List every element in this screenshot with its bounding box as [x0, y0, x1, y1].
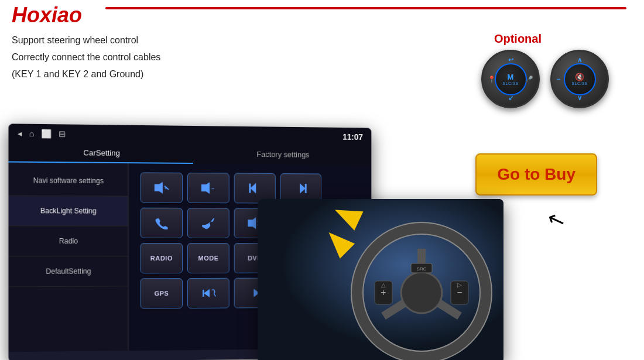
home-icon[interactable]: ⌂ — [29, 129, 35, 138]
wheel-left-right-icon: 🎤 — [525, 76, 533, 83]
steering-wheel-svg: SRC + − △ ▷ — [258, 199, 503, 360]
wheel-left-sub-label: SLC/3S — [502, 81, 518, 85]
description-block: Support steering wheel control Correctly… — [12, 32, 160, 83]
wheel-right-sub-label: SLC/3S — [571, 81, 587, 85]
svg-text:△: △ — [381, 282, 386, 288]
recents-icon[interactable]: ⬜ — [42, 129, 52, 138]
svg-text:SRC: SRC — [417, 266, 427, 272]
ctrl-gps[interactable]: GPS — [141, 278, 183, 309]
svg-text:−: − — [457, 287, 462, 297]
svg-text:−: − — [211, 186, 214, 191]
wheel-right-left-icon: − — [557, 76, 560, 83]
wheel-button-left[interactable]: ↩ ↙ 📍 M SLC/3S 🎤 — [481, 50, 540, 108]
menu-item-navi[interactable]: Navi software settings — [8, 166, 128, 197]
wheel-right-inner: 🔇 SLC/3S — [564, 63, 596, 95]
wheel-right-bottom-icon: ∨ — [577, 94, 582, 102]
svg-marker-6 — [250, 183, 256, 194]
back-icon[interactable]: ◂ — [18, 129, 22, 138]
ctrl-prev-call[interactable] — [187, 278, 229, 308]
svg-marker-4 — [201, 182, 210, 194]
wheel-buttons-container: ↩ ↙ 📍 M SLC/3S 🎤 ∧ ∨ − 🔇 SLC/3S — [481, 50, 609, 108]
svg-point-25 — [401, 272, 442, 313]
ctrl-vol-down[interactable]: − — [187, 173, 229, 203]
wheel-left-top-icon: ↩ — [508, 56, 513, 64]
svg-marker-8 — [300, 183, 306, 194]
svg-rect-7 — [249, 184, 251, 193]
brand-logo: Hoxiao — [12, 3, 82, 28]
wheel-left-inner: M SLC/3S — [495, 63, 527, 95]
tab-carsetting[interactable]: CarSetting — [8, 143, 193, 164]
svg-text:+: + — [381, 287, 386, 297]
ctrl-vol-up[interactable]: + — [141, 172, 183, 203]
steering-wheel-photo: SRC + − △ ▷ — [258, 199, 503, 360]
description-line2: Correctly connect the control cables — [12, 49, 160, 66]
menu-item-backlight[interactable]: BackLight Setting — [8, 196, 128, 227]
ctrl-radio[interactable]: RADIO — [141, 243, 183, 273]
wheel-left-left-icon: 📍 — [488, 76, 496, 83]
menu-icon[interactable]: ⊟ — [59, 129, 66, 138]
svg-marker-0 — [155, 182, 163, 194]
svg-text:+: + — [165, 186, 167, 191]
go-to-buy-button[interactable]: Go to Buy — [475, 153, 597, 196]
description-line1: Support steering wheel control — [12, 32, 160, 49]
description-line3: (KEY 1 and KEY 2 and Ground) — [12, 66, 160, 83]
wheel-button-right[interactable]: ∧ ∨ − 🔇 SLC/3S — [550, 50, 609, 108]
wheel-left-bottom-icon: ↙ — [508, 94, 513, 102]
tab-factory-settings[interactable]: Factory settings — [193, 145, 371, 165]
wheel-left-center-label: M — [508, 73, 514, 81]
ctrl-call[interactable] — [141, 208, 183, 238]
left-menu: Navi software settings BackLight Setting… — [8, 163, 128, 352]
status-time: 11:07 — [342, 132, 363, 142]
svg-marker-15 — [204, 289, 210, 297]
menu-item-default[interactable]: DefaultSetting — [8, 256, 128, 287]
optional-label: Optional — [494, 32, 542, 46]
wheel-right-top-icon: ∧ — [577, 56, 582, 64]
tabs-bar: CarSetting Factory settings — [8, 143, 371, 165]
svg-text:▷: ▷ — [457, 282, 462, 288]
menu-item-radio[interactable]: Radio — [8, 226, 128, 256]
svg-marker-10 — [248, 217, 256, 229]
cursor-arrow-icon: ↖ — [544, 205, 569, 235]
ctrl-mode[interactable]: MODE — [187, 243, 229, 273]
svg-rect-16 — [203, 290, 204, 297]
top-accent-line — [105, 7, 626, 9]
wheel-right-center-label: 🔇 — [575, 73, 584, 81]
svg-rect-9 — [305, 184, 307, 193]
ctrl-hangup[interactable] — [187, 208, 229, 238]
